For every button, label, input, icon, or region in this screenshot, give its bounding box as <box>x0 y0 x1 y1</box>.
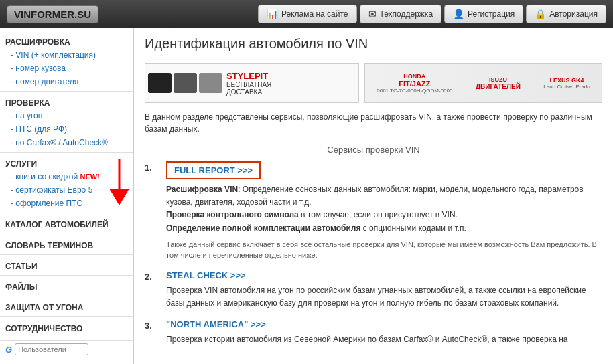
divider-2 <box>0 152 133 153</box>
google-logo: G <box>5 345 12 355</box>
service-number-3: 3. <box>145 319 158 346</box>
google-search-bar: G <box>0 340 133 358</box>
content-area: Идентификация автомобиля по VIN STYLEPIT… <box>134 28 613 364</box>
service-item-2: 2. STEAL CHECK >>> Проверка VIN автомоби… <box>145 270 602 310</box>
logo[interactable]: VINFORMER.SU <box>7 5 98 23</box>
ad-lexus: LEXUS GK4 Land Cruiser Prado <box>543 77 590 90</box>
stylepit-ad: STYLEPIT БЕСПЛАТНАЯ ДОСТАВКА <box>145 68 358 98</box>
service-sub-1: Также данный сервис включает в себя все … <box>166 239 602 261</box>
ad-banner: STYLEPIT БЕСПЛАТНАЯ ДОСТАВКА HONDA FIT/J… <box>145 63 602 103</box>
section-slovar: СЛОВАРЬ ТЕРМИНОВ <box>0 237 133 252</box>
service-desc-3: Проверка истории автомобиля из Северной … <box>166 333 602 346</box>
divider-6 <box>0 275 133 276</box>
divider-7 <box>0 296 133 296</box>
stylepit-sub: БЕСПЛАТНАЯ ДОСТАВКА <box>226 81 271 96</box>
service-body-1: FULL REPORT >>> Расшифровка VIN: Определ… <box>166 161 602 261</box>
divider-5 <box>0 254 133 255</box>
sidebar-item-carfax[interactable]: - по Carfax® / AutoCheck® <box>0 136 133 149</box>
service-number-2: 2. <box>145 270 158 310</box>
section-proverka: ПРОВЕРКА <box>0 94 133 109</box>
section-sotrudnichestvo: СОТРУДНИЧЕСТВО <box>0 320 133 335</box>
section-faily: ФАЙЛЫ <box>0 278 133 293</box>
ad-left: STYLEPIT БЕСПЛАТНАЯ ДОСТАВКА <box>145 63 359 103</box>
full-report-link[interactable]: FULL REPORT >>> <box>166 161 261 179</box>
service-body-3: "NORTH AMERICA" >>> Проверка истории авт… <box>166 319 602 346</box>
user-icon: 👤 <box>453 9 464 19</box>
north-america-link[interactable]: "NORTH AMERICA" >>> <box>166 319 266 329</box>
register-button[interactable]: 👤 Регистрация <box>444 5 523 23</box>
section-stati: СТАТЬИ <box>0 258 133 272</box>
steal-check-link[interactable]: STEAL CHECK >>> <box>166 270 246 280</box>
reklama-button[interactable]: 📊 Реклама на сайте <box>258 5 357 23</box>
sidebar-item-pts-rf[interactable]: - ПТС (для РФ) <box>0 122 133 136</box>
service-desc-1: Расшифровка VIN: Определение основных да… <box>166 183 602 235</box>
chart-icon: 📊 <box>267 9 278 19</box>
svg-marker-1 <box>109 189 129 205</box>
divider-8 <box>0 316 133 317</box>
ad-honda: HONDA FIT/JAZZ 0661 TC-7C-000H-QGDM-0000 <box>377 73 452 94</box>
section-rasshifrovka: РАСШИФРОВКА <box>0 33 133 48</box>
page-title: Идентификация автомобиля по VIN <box>145 36 602 56</box>
description-text: В данном разделе представлены сервисы, п… <box>145 111 602 135</box>
support-button[interactable]: ✉ Техподдержка <box>360 5 442 23</box>
main-wrapper: РАСШИФРОВКА - VIN (+ комплектация) - ном… <box>0 28 613 364</box>
sidebar-item-na-ugon[interactable]: - на угон <box>0 109 133 122</box>
sidebar-item-nomer-dvigatelya[interactable]: - номер двигателя <box>0 75 133 88</box>
service-number-1: 1. <box>145 161 158 261</box>
sidebar-item-nomer-kuzova[interactable]: - номер кузова <box>0 62 133 75</box>
ad-right: HONDA FIT/JAZZ 0661 TC-7C-000H-QGDM-0000… <box>364 63 602 103</box>
ad-isuzu: ISUZU ДВИГАТЕЛЕЙ <box>476 76 521 90</box>
header-navigation: 📊 Реклама на сайте ✉ Техподдержка 👤 Реги… <box>258 5 606 23</box>
header: VINFORMER.SU 📊 Реклама на сайте ✉ Техпод… <box>0 0 613 28</box>
service-body-2: STEAL CHECK >>> Проверка VIN автомобиля … <box>166 270 602 310</box>
divider-4 <box>0 234 133 234</box>
section-zashita: ЗАЩИТА ОТ УГОНА <box>0 299 133 314</box>
service-desc-2: Проверка VIN автомобиля на угон по росси… <box>166 284 602 310</box>
service-item-3: 3. "NORTH AMERICA" >>> Проверка истории … <box>145 319 602 346</box>
service-item-1: 1. FULL REPORT >>> Расшифровка VIN: Опре… <box>145 161 602 261</box>
lock-icon: 🔒 <box>535 9 546 19</box>
red-arrow-decoration <box>99 155 139 213</box>
google-search-input[interactable] <box>15 343 88 355</box>
mail-icon: ✉ <box>368 9 377 19</box>
new-badge: NEW! <box>80 173 100 181</box>
divider-1 <box>0 91 133 92</box>
stylepit-brand: STYLEPIT <box>226 71 271 81</box>
sidebar-item-vin-komplekt[interactable]: - VIN (+ комплектация) <box>0 48 133 62</box>
section-katalog: КАТАЛОГ АВТОМОБИЛЕЙ <box>0 216 133 231</box>
services-section-title: Сервисы проверки VIN <box>145 145 602 155</box>
auth-button[interactable]: 🔒 Авторизация <box>526 5 606 23</box>
